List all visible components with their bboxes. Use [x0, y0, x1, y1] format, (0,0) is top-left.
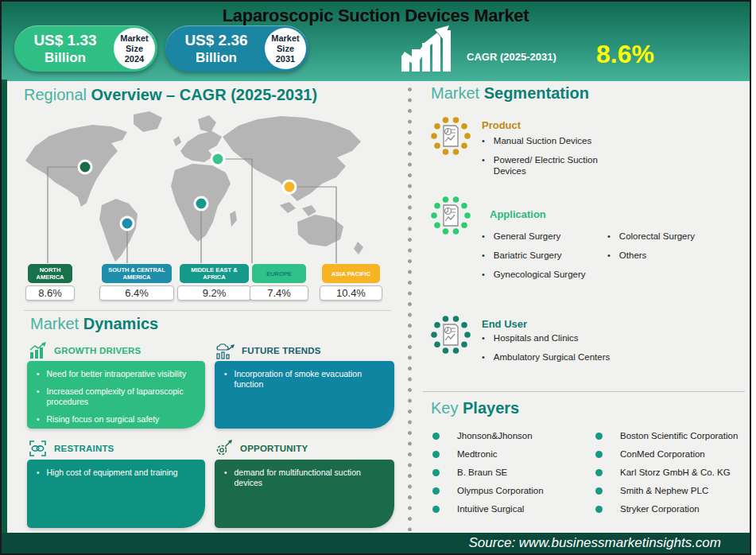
end-user-items: •Hospitals and Clinics •Ambulatory Surgi… [482, 332, 641, 371]
left-accent-stripe [2, 80, 7, 534]
segment-product-title: Product [482, 119, 521, 131]
list-item: Medtronic [432, 449, 591, 459]
bullet-dot [432, 487, 440, 495]
header-banner: Laparoscopic Suction Devices Market US$ … [2, 2, 750, 81]
end-user-document-icon [429, 313, 472, 356]
asia-pacific-dot [283, 180, 296, 193]
segment-application-title: Application [490, 208, 546, 220]
list-item: •High cost of equipment and training [37, 468, 197, 478]
region-asia-pacific: ASIA PACIFIC 10.4% [320, 264, 382, 301]
bullet-dot [595, 433, 603, 440]
list-item: •General Surgery [482, 231, 605, 242]
market-dynamics-heading: Market Dynamics [30, 315, 158, 333]
list-item: •Ambulatory Surgical Centers [482, 351, 641, 363]
list-item: •Hospitals and Clinics [482, 332, 641, 343]
bullet-dot [595, 469, 603, 476]
application-items-col1: •General Surgery •Bariatric Surgery •Gyn… [482, 231, 605, 288]
restraints-header: RESTRAINTS [29, 440, 114, 457]
application-document-icon [429, 194, 472, 237]
list-item: Stryker Corporation [595, 504, 750, 514]
list-item: •demand for multifunctional suction devi… [224, 468, 386, 488]
restraints-box: •High cost of equipment and training [27, 460, 205, 528]
north-america-dot [79, 161, 91, 173]
segment-end-user-title: End User [482, 318, 527, 330]
region-cagr-value: 6.4% [99, 285, 174, 301]
growth-chart-icon [29, 342, 47, 359]
list-item: Intuitive Surgical [432, 504, 591, 514]
europe-dot [211, 153, 224, 165]
list-item: •Powered/ Electric Suction Devices [482, 154, 625, 177]
world-map [17, 110, 391, 264]
list-item: •Need for better intraoperative visibili… [37, 369, 197, 379]
infographic-frame: Laparoscopic Suction Devices Market US$ … [0, 0, 751, 555]
trend-cloud-chart-icon [215, 342, 235, 359]
list-item: •Colorectal Surgery [607, 231, 742, 242]
key-players-heading: Key Players [431, 399, 519, 417]
list-item: ConMed Corporation [595, 449, 750, 459]
list-item: Olympus Corporation [432, 486, 591, 495]
product-document-icon [429, 114, 472, 157]
cagr-value: 8.6% [596, 40, 654, 69]
key-players-col2: Boston Scientific Corporation ConMed Cor… [595, 431, 750, 522]
market-size-2031-pill: US$ 2.36 Billion Market Size 2031 [165, 25, 308, 72]
region-south-central-america: SOUTH & CENTRAL AMERICA 6.4% [99, 264, 174, 301]
bullet-dot [432, 506, 440, 513]
list-item: Boston Scientific Corporation [595, 431, 750, 441]
list-item: •Gynecological Surgery [482, 269, 605, 280]
source-link[interactable]: Source: www.businessmarketinsights.com [469, 535, 721, 550]
south-central-america-dot [121, 217, 134, 230]
gear-idea-icon [215, 440, 233, 457]
list-item: •Bariatric Surgery [482, 250, 605, 261]
bullet-dot [595, 506, 603, 513]
region-europe: EUROPE 7.4% [250, 264, 308, 301]
growth-bar-chart-arrow-icon [401, 25, 451, 72]
region-cagr-value: 7.4% [250, 285, 308, 301]
list-item: B. Braun SE [432, 468, 591, 477]
bullet-dot [595, 487, 603, 495]
market-size-2024-value: US$ 1.33 Billion [21, 32, 110, 66]
list-item: •Incorporation of smoke evacuation funct… [224, 369, 386, 390]
vertical-dotted-divider [408, 87, 412, 531]
region-cagr-value: 10.4% [320, 285, 382, 301]
bullet-dot [595, 451, 603, 458]
region-cagr-value: 9.2% [177, 285, 251, 301]
middle-east-africa-dot [195, 197, 207, 210]
opportunity-header: OPPORTUNITY [215, 440, 308, 457]
bullet-dot [432, 469, 440, 476]
market-size-2024-pill: US$ 1.33 Billion Market Size 2024 [14, 25, 157, 72]
market-size-2031-badge: Market Size 2031 [265, 28, 306, 69]
list-item: •Others [607, 250, 742, 261]
key-players-col1: Jhonson&Jhonson Medtronic B. Braun SE Ol… [432, 431, 591, 522]
growth-drivers-box: •Need for better intraoperative visibili… [27, 361, 205, 429]
opportunity-box: •demand for multifunctional suction devi… [215, 460, 394, 528]
growth-drivers-header: GROWTH DRIVERS [29, 342, 142, 359]
application-items-col2: •Colorectal Surgery •Others [607, 231, 742, 269]
bullet-dot [432, 451, 440, 458]
regional-overview-heading: Regional Overview – CAGR (2025-2031) [24, 86, 317, 104]
bullet-dot [432, 433, 440, 440]
future-trends-box: •Incorporation of smoke evacuation funct… [215, 361, 394, 429]
region-north-america: NORTH AMERICA 8.6% [25, 264, 75, 301]
list-item: Jhonson&Jhonson [432, 431, 591, 441]
region-middle-east-africa: MIDDLE EAST & AFRICA 9.2% [177, 264, 251, 301]
page-title: Laparoscopic Suction Devices Market [2, 6, 750, 26]
list-item: •Rising focus on surgical safety [37, 414, 197, 425]
right-section-divider [423, 391, 745, 392]
left-section-divider [24, 310, 391, 311]
footer-bar: Source: www.businessmarketinsights.com [2, 533, 750, 553]
region-cagr-value: 8.6% [25, 285, 75, 301]
chain-link-icon [29, 440, 47, 457]
list-item: •Manual Suction Devices [482, 135, 625, 146]
market-segmentation-heading: Market Segmentation [431, 84, 589, 103]
cagr-label: CAGR (2025-2031) [467, 51, 556, 63]
list-item: Smith & Nephew PLC [595, 486, 750, 495]
infographic-root: Laparoscopic Suction Devices Market US$ … [0, 0, 756, 555]
market-size-2031-value: US$ 2.36 Billion [172, 32, 261, 66]
list-item: Karl Storz GmbH & Co. KG [595, 468, 750, 477]
future-trends-header: FUTURE TRENDS [215, 342, 321, 359]
product-items: •Manual Suction Devices •Powered/ Electr… [482, 135, 625, 184]
market-size-2024-badge: Market Size 2024 [114, 28, 155, 69]
list-item: •Increased complexity of laparoscopic pr… [37, 386, 197, 407]
